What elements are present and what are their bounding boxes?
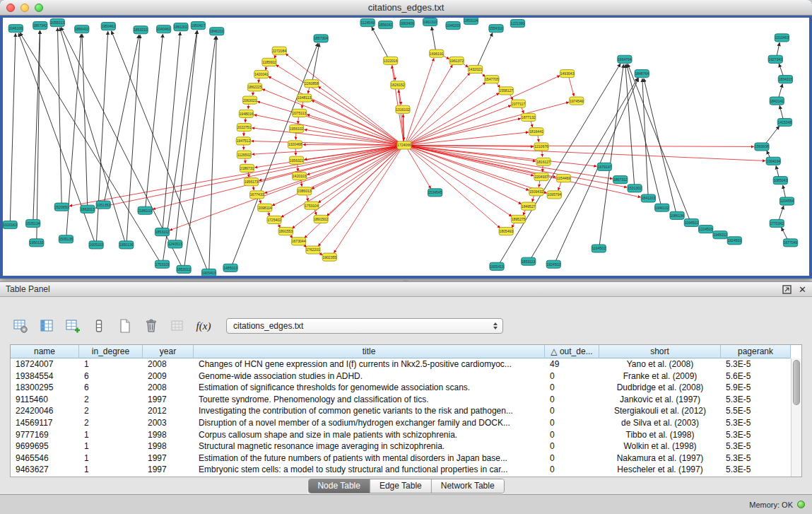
column-header-name[interactable]: name (11, 345, 79, 358)
network-node[interactable]: 1725402 (267, 216, 281, 223)
citation-edge-black[interactable] (184, 36, 216, 267)
citation-edge-red[interactable] (408, 118, 521, 144)
network-node[interactable]: 1843141 (770, 97, 784, 105)
network-node[interactable]: 1948016 (239, 110, 253, 117)
table-row[interactable]: 2242004622012Investigating the contribut… (11, 405, 791, 417)
network-node[interactable]: 1905403 (201, 269, 216, 276)
citation-edge-black[interactable] (432, 27, 436, 51)
table-selector-dropdown[interactable]: citations_edges.txt (226, 318, 503, 334)
citation-edge-black[interactable] (779, 105, 783, 119)
citation-edge-red[interactable] (408, 147, 500, 228)
network-node[interactable]: 1046203 (446, 22, 460, 30)
network-node[interactable]: 1534545 (428, 189, 442, 197)
citation-edge-black[interactable] (163, 32, 180, 229)
citation-edge-red[interactable] (307, 115, 400, 144)
citation-edge-red[interactable] (153, 146, 400, 209)
network-node[interactable]: 1086134 (670, 211, 684, 219)
citation-edge-red[interactable] (312, 146, 401, 189)
network-node[interactable]: 1816441 (529, 128, 543, 136)
network-node[interactable]: 1095794 (547, 191, 561, 199)
network-node[interactable]: 1924501 (727, 237, 741, 245)
citation-edge-black[interactable] (783, 185, 786, 199)
network-node[interactable]: 1064034 (766, 157, 780, 165)
citation-edge-red[interactable] (170, 146, 400, 230)
network-node[interactable]: 1961372 (449, 57, 464, 64)
table-row[interactable]: 1938455462009Genome-wide association stu… (11, 370, 791, 382)
network-node[interactable]: 1673044 (291, 238, 305, 245)
citation-edge-black[interactable] (37, 30, 40, 240)
citation-edge-red[interactable] (262, 89, 400, 144)
citation-edge-black[interactable] (209, 36, 217, 270)
table-row[interactable]: 1830029562008Estimation of significance … (11, 382, 791, 394)
table-options-icon[interactable] (11, 317, 30, 335)
citation-edge-red[interactable] (408, 146, 521, 204)
network-node[interactable]: 1770342 (770, 219, 784, 227)
network-node[interactable]: 1224503 (699, 226, 713, 233)
citation-edge-red[interactable] (569, 76, 575, 96)
citation-edge-red[interactable] (408, 93, 499, 144)
network-node[interactable]: 2040462 (156, 25, 170, 33)
network-node[interactable]: 1866410 (75, 25, 89, 33)
citation-edge-black[interactable] (33, 30, 40, 221)
citation-edge-black[interactable] (776, 165, 779, 177)
network-node[interactable]: 1877132 (522, 113, 536, 121)
network-node[interactable]: 1853102 (155, 228, 169, 236)
network-node[interactable]: 1956321 (289, 156, 303, 164)
column-header-out_de[interactable]: △ out_de... (545, 345, 599, 358)
network-node[interactable]: 1905103 (89, 241, 103, 249)
citation-edge-red[interactable] (392, 66, 404, 143)
network-node[interactable]: 1946102 (655, 204, 669, 211)
network-canvas[interactable]: 1724066227208411856021420041186222520630… (3, 18, 809, 276)
citation-edge-black[interactable] (765, 126, 779, 144)
table-row[interactable]: 946362711997Embryonic stem cells: a mode… (11, 464, 791, 476)
citation-edge-black[interactable] (777, 42, 779, 57)
function-builder-button[interactable]: f(x) (194, 317, 213, 335)
citation-edge-red[interactable] (406, 65, 452, 143)
network-node[interactable]: 1724066 (397, 141, 411, 149)
citation-edge-red[interactable] (326, 147, 401, 216)
table-row[interactable]: 969969511998Structural magnetic resonanc… (11, 440, 791, 452)
network-node[interactable]: 1204554 (779, 197, 794, 205)
network-node[interactable]: 1420103 (292, 172, 306, 180)
citation-edge-black[interactable] (477, 33, 493, 67)
network-node[interactable]: 1322016 (383, 57, 397, 64)
network-node[interactable]: 1816127 (536, 158, 551, 165)
citation-edge-black[interactable] (57, 28, 61, 204)
column-header-title[interactable]: title (194, 345, 545, 358)
column-header-in_degree[interactable]: in_degree (79, 345, 143, 358)
network-node[interactable]: 2098114 (258, 204, 272, 211)
network-node[interactable]: 1905413 (490, 262, 504, 270)
citation-edge-black[interactable] (555, 78, 639, 262)
citation-edge-red[interactable] (406, 148, 430, 189)
scrollbar-thumb[interactable] (793, 360, 800, 405)
network-node[interactable]: 1950133 (30, 239, 44, 247)
network-node[interactable]: 1664794 (618, 55, 632, 63)
citation-edge-red[interactable] (408, 132, 529, 145)
network-node[interactable]: 2204937 (534, 173, 548, 181)
network-node[interactable]: 1420041 (254, 71, 269, 78)
float-panel-icon[interactable] (782, 285, 792, 294)
citation-edge-red[interactable] (264, 146, 400, 193)
network-node[interactable]: 1663409 (400, 20, 414, 28)
network-node[interactable]: 1846210 (210, 28, 224, 35)
network-node[interactable]: 1679197 (597, 163, 611, 170)
network-node[interactable]: 1956173 (244, 178, 258, 186)
citation-edge-red[interactable] (318, 147, 401, 203)
network-node[interactable]: 1948113 (298, 94, 312, 102)
network-node[interactable]: 1240513 (168, 240, 182, 248)
column-header-year[interactable]: year (143, 345, 194, 358)
network-node[interactable]: 1805493 (499, 228, 513, 235)
network-node[interactable]: 1051353 (96, 201, 110, 209)
citation-edge-red[interactable] (269, 76, 401, 144)
network-node[interactable]: 1853012 (177, 265, 191, 273)
network-node[interactable]: 1947512 (236, 137, 250, 145)
column-header-short[interactable]: short (599, 345, 721, 358)
network-node[interactable]: 1320468 (288, 141, 302, 148)
network-node[interactable]: 1753104 (305, 201, 319, 209)
network-node[interactable]: 1848764 (635, 70, 649, 78)
network-node[interactable]: 1558127 (499, 87, 513, 95)
network-node[interactable]: 1677049 (783, 239, 797, 247)
network-node[interactable]: 1950417 (191, 22, 205, 30)
citation-edge-red[interactable] (257, 102, 400, 145)
network-node[interactable]: 1891553 (278, 228, 293, 235)
